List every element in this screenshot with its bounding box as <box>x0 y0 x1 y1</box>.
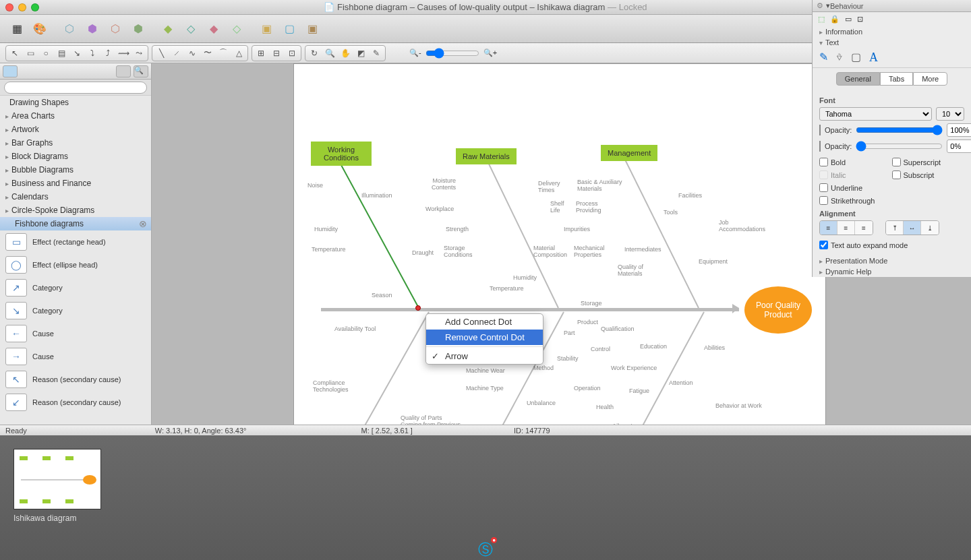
zoom-slider[interactable] <box>425 48 479 59</box>
skype-dock-icon[interactable]: Ⓢ● <box>478 540 493 560</box>
eyedropper-icon[interactable]: ✎ <box>369 47 384 59</box>
section-information[interactable]: Information <box>813 26 971 37</box>
underline-checkbox[interactable]: Underline <box>819 183 892 192</box>
shape-item[interactable]: ↘Category <box>0 299 151 322</box>
font-family-select[interactable]: Tahoma <box>819 107 932 121</box>
zoom-out-icon[interactable]: 🔍- <box>409 49 421 57</box>
group3-icon[interactable]: ⊡ <box>285 47 299 59</box>
superscript-checkbox[interactable]: Superscript <box>892 158 965 166</box>
shape-item[interactable]: ←Cause <box>0 322 151 345</box>
poly-icon[interactable]: △ <box>231 47 246 59</box>
close-icon[interactable] <box>5 3 13 11</box>
tree-item[interactable]: Drawing Shapes <box>0 96 151 109</box>
line2-icon[interactable]: ⟋ <box>169 47 184 59</box>
shape-item[interactable]: ↙Reason (secondary cause) <box>0 391 151 414</box>
tab-more[interactable]: More <box>913 72 947 86</box>
search-input[interactable] <box>4 82 147 94</box>
menu-remove-control-dot[interactable]: Remove Control Dot <box>426 330 543 345</box>
tree2-icon[interactable]: ⬢ <box>84 20 101 38</box>
valign-middle-button[interactable]: ↔ <box>904 221 921 235</box>
page-icon[interactable]: ▭ <box>845 15 852 24</box>
sidebar-tab-grid-icon[interactable] <box>116 65 131 77</box>
tree-item[interactable]: Block Diagrams <box>0 150 151 163</box>
rect-tool-icon[interactable]: ▭ <box>23 47 38 59</box>
cause-box[interactable]: Raw Materials <box>456 148 517 164</box>
control-dot[interactable] <box>415 305 421 311</box>
arrange2-icon[interactable]: ◇ <box>182 20 200 38</box>
shape-item[interactable]: ↗Category <box>0 276 151 299</box>
subscript-checkbox[interactable]: Subscript <box>892 170 965 179</box>
close-icon[interactable]: ⊗ <box>139 218 147 229</box>
shape-item[interactable]: ↖Reason (secondary cause) <box>0 368 151 391</box>
lock-icon[interactable]: 🔒 <box>830 15 840 24</box>
effect-ellipse[interactable]: Poor Quality Product <box>744 286 812 334</box>
connector2-icon[interactable]: ⤵ <box>85 47 100 59</box>
section-presentation[interactable]: Presentation Mode <box>813 255 971 266</box>
textbounds-icon[interactable]: ⎀ <box>836 51 843 65</box>
valign-bottom-button[interactable]: ⤓ <box>921 221 939 235</box>
menu-add-connect-dot[interactable]: Add Connect Dot <box>426 314 543 330</box>
tree-item[interactable]: Artwork <box>0 123 151 136</box>
shape-item[interactable]: ◯Effect (ellipse head) <box>0 253 151 276</box>
font-icon[interactable]: A <box>869 51 878 65</box>
ellipse-tool-icon[interactable]: ○ <box>38 47 53 59</box>
curve2-icon[interactable]: 〜 <box>200 47 215 59</box>
layer1-icon[interactable]: ▣ <box>258 20 275 38</box>
group2-icon[interactable]: ⊟ <box>269 47 284 59</box>
tab-tabs[interactable]: Tabs <box>880 72 913 86</box>
arrange4-icon[interactable]: ◇ <box>228 20 245 38</box>
tree-item[interactable]: Bubble Diagrams <box>0 163 151 177</box>
align-right-button[interactable]: ≡ <box>855 221 873 235</box>
pen-tab-icon[interactable]: ✎ <box>819 51 828 65</box>
crop-tool-icon[interactable]: ◩ <box>353 47 368 59</box>
refresh-icon[interactable]: ↻ <box>307 47 322 59</box>
connector3-icon[interactable]: ⤴ <box>100 47 115 59</box>
font-size-select[interactable]: 10 <box>936 107 964 121</box>
shape-item[interactable]: →Cause <box>0 345 151 368</box>
arrange1-icon[interactable]: ◆ <box>159 20 177 38</box>
connector5-icon[interactable]: ⤳ <box>131 47 146 59</box>
slide-thumbnail[interactable] <box>13 449 101 509</box>
layer2-icon[interactable]: ▢ <box>281 20 298 38</box>
tree3-icon[interactable]: ⬡ <box>107 20 124 38</box>
tree-item[interactable]: Area Charts <box>0 109 151 123</box>
align-icon[interactable]: ⊡ <box>857 15 863 24</box>
shape-item[interactable]: ▭Effect (rectange head) <box>0 230 151 253</box>
auto-expand-checkbox[interactable]: Text auto expand mode <box>819 241 964 249</box>
group1-icon[interactable]: ⊞ <box>254 47 268 59</box>
zoom-icon[interactable] <box>31 3 39 11</box>
tree-item[interactable]: Business and Finance <box>0 177 151 190</box>
line1-icon[interactable]: ╲ <box>154 47 169 59</box>
fill-color-swatch[interactable] <box>819 125 821 135</box>
cause-box[interactable]: Working Conditions <box>311 142 372 166</box>
valign-top-button[interactable]: ⤒ <box>886 221 904 235</box>
minimize-icon[interactable] <box>18 3 26 11</box>
tree-item[interactable]: Calendars <box>0 190 151 204</box>
sidebar-tab-list-icon[interactable] <box>3 65 18 77</box>
sidebar-tab-search-icon[interactable]: 🔍 <box>134 65 148 77</box>
curve1-icon[interactable]: ∿ <box>185 47 200 59</box>
align-center-button[interactable]: ≡ <box>837 221 855 235</box>
opacity-fill-slider[interactable] <box>856 125 943 135</box>
table-icon[interactable]: ▦ <box>8 20 26 38</box>
zoom-tool-icon[interactable]: 🔍 <box>322 47 337 59</box>
italic-checkbox[interactable]: Italic <box>819 170 892 179</box>
connector1-icon[interactable]: ↘ <box>69 47 84 59</box>
opacity-stroke-value[interactable] <box>947 139 971 153</box>
zoom-in-icon[interactable]: 🔍+ <box>483 49 497 57</box>
tree-item[interactable]: Bar Graphs <box>0 136 151 150</box>
opacity-stroke-slider[interactable] <box>856 141 943 152</box>
color-wheel-icon[interactable]: 🎨 <box>31 20 49 38</box>
section-text[interactable]: Text <box>813 37 971 48</box>
tree-item-selected[interactable]: Fishbone diagrams⊗ <box>0 217 151 230</box>
arc-icon[interactable]: ⌒ <box>216 47 231 59</box>
align-left-button[interactable]: ≡ <box>820 221 837 235</box>
cause-box[interactable]: Management <box>601 145 657 161</box>
strikethrough-checkbox[interactable]: Strikethrough <box>819 196 892 205</box>
pointer-tool-icon[interactable]: ↖ <box>7 47 22 59</box>
stroke-color-swatch[interactable] <box>819 141 821 152</box>
tree1-icon[interactable]: ⬡ <box>61 20 78 38</box>
bold-checkbox[interactable]: Bold <box>819 158 892 166</box>
text-tool-icon[interactable]: ▤ <box>54 47 69 59</box>
opacity-fill-value[interactable] <box>947 123 971 137</box>
